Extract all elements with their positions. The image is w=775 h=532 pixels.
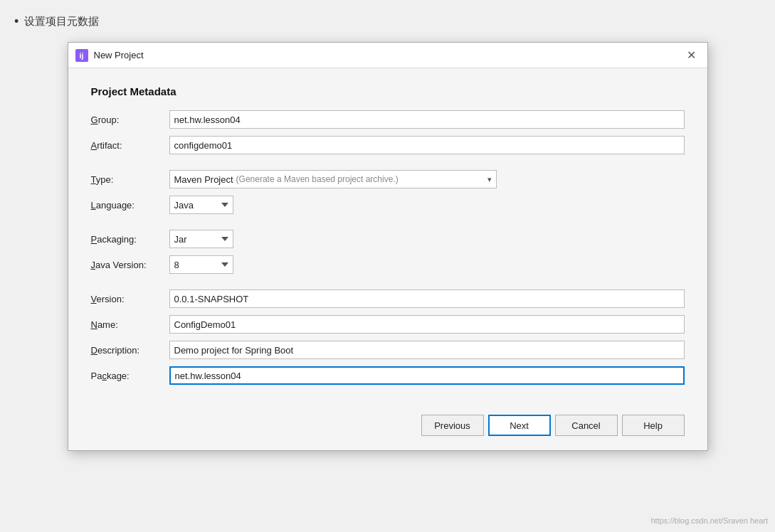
input-group[interactable] xyxy=(169,110,685,129)
input-description[interactable] xyxy=(169,341,685,359)
watermark: https://blog.csdn.net/Sraven heart xyxy=(651,516,769,525)
dialog-titlebar: ij New Project ✕ xyxy=(68,43,707,68)
label-description: Description: xyxy=(91,345,169,356)
dialog-body: Project Metadata Group: Artifact: Type: xyxy=(68,68,707,403)
dialog-wrapper: ij New Project ✕ Project Metadata Group:… xyxy=(14,42,761,451)
label-package: Package: xyxy=(91,371,169,381)
dialog-footer: Previous Next Cancel Help xyxy=(68,403,707,450)
form-row-version: Version: xyxy=(91,289,685,308)
dialog-title: New Project xyxy=(94,50,144,60)
form-row-java-version: Java Version: 8 11 17 xyxy=(91,255,685,274)
type-hint: (Generate a Maven based project archive.… xyxy=(236,174,399,184)
label-java-version: Java Version: xyxy=(91,260,169,270)
type-value: Maven Project xyxy=(174,174,233,185)
form-row-group: Group: xyxy=(91,110,685,129)
label-group: Group: xyxy=(91,115,169,125)
select-packaging[interactable]: Jar War xyxy=(169,230,233,248)
label-name: Name: xyxy=(91,319,169,330)
label-artifact: Artifact: xyxy=(91,140,169,151)
bullet-point: • xyxy=(14,14,19,29)
section-title: Project Metadata xyxy=(91,85,685,97)
previous-button[interactable]: Previous xyxy=(421,415,484,436)
input-name[interactable] xyxy=(169,315,685,334)
select-language[interactable]: Java Kotlin Groovy xyxy=(169,196,233,214)
close-button[interactable]: ✕ xyxy=(682,48,700,63)
form-row-artifact: Artifact: xyxy=(91,136,685,154)
label-packaging: Packaging: xyxy=(91,234,169,245)
help-button[interactable]: Help xyxy=(622,415,685,436)
select-type[interactable]: Maven Project (Generate a Maven based pr… xyxy=(169,170,497,188)
input-artifact[interactable] xyxy=(169,136,685,154)
page-heading: 设置项目元数据 xyxy=(24,15,99,28)
next-button[interactable]: Next xyxy=(488,415,551,436)
form-row-name: Name: xyxy=(91,315,685,334)
label-type: Type: xyxy=(91,174,169,185)
form-row-packaging: Packaging: Jar War xyxy=(91,230,685,248)
cancel-button[interactable]: Cancel xyxy=(555,415,618,436)
label-language: Language: xyxy=(91,200,169,211)
new-project-dialog: ij New Project ✕ Project Metadata Group:… xyxy=(68,42,708,451)
form-row-package: Package: xyxy=(91,366,685,385)
form-row-language: Language: Java Kotlin Groovy xyxy=(91,196,685,214)
chevron-down-icon: ▾ xyxy=(487,175,492,184)
label-version: Version: xyxy=(91,294,169,304)
form-row-type: Type: Maven Project (Generate a Maven ba… xyxy=(91,170,685,188)
page-header: • 设置项目元数据 xyxy=(14,14,761,29)
form-grid: Group: Artifact: Type: Maven Project (Ge… xyxy=(91,110,685,392)
select-java-version[interactable]: 8 11 17 xyxy=(169,255,233,274)
form-row-description: Description: xyxy=(91,341,685,359)
intellij-icon: ij xyxy=(75,49,88,62)
input-package[interactable] xyxy=(169,366,685,385)
dialog-title-left: ij New Project xyxy=(75,49,144,62)
input-version[interactable] xyxy=(169,289,685,308)
